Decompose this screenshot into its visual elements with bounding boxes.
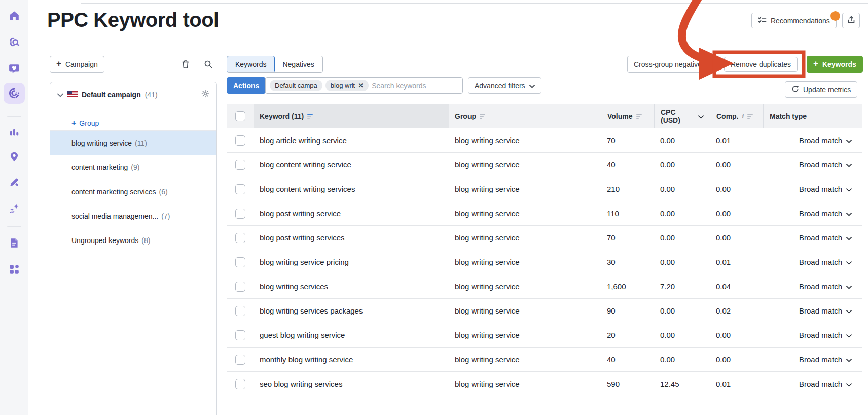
match-type-dropdown[interactable]: Broad match [763, 274, 862, 298]
add-keywords-button[interactable]: + Keywords [807, 56, 863, 73]
match-type-dropdown[interactable]: Broad match [763, 226, 862, 250]
row-checkbox[interactable] [235, 184, 245, 194]
column-header-volume[interactable]: Volume [601, 104, 654, 128]
gear-icon[interactable] [201, 90, 209, 100]
row-checkbox[interactable] [235, 233, 245, 243]
match-type-dropdown[interactable]: Broad match [763, 177, 862, 201]
group-cell[interactable]: blog writing service [449, 299, 601, 323]
campaign-name: Default campaign [82, 91, 141, 99]
match-type-dropdown[interactable]: Broad match [763, 201, 862, 225]
match-type-dropdown[interactable]: Broad match [763, 250, 862, 274]
group-cell[interactable]: blog writing service [449, 348, 601, 371]
tab-keywords[interactable]: Keywords [227, 56, 275, 73]
row-checkbox[interactable] [235, 379, 245, 389]
keyword-cell[interactable]: monthly blog writing service [254, 348, 449, 371]
keyword-cell[interactable]: blog post writing services [254, 226, 449, 250]
reports-icon[interactable] [4, 232, 25, 254]
delete-campaign-icon[interactable] [180, 59, 191, 70]
group-name: social media managemen... [71, 212, 158, 220]
group-item[interactable]: Ungrouped keywords(8) [50, 228, 216, 253]
match-type-dropdown[interactable]: Broad match [763, 323, 862, 347]
analytics-icon[interactable] [4, 122, 25, 143]
sidebar-item-ppc-keyword-tool[interactable] [4, 83, 25, 104]
keyword-cell[interactable]: blog content writing services [254, 177, 449, 201]
column-header-keyword[interactable]: Keyword (11) [254, 104, 449, 128]
row-checkbox[interactable] [235, 306, 245, 316]
keyword-cell[interactable]: blog writing service pricing [254, 250, 449, 274]
group-cell[interactable]: blog writing service [449, 201, 601, 225]
column-header-cpc[interactable]: CPC (USD) [654, 104, 710, 128]
cpc-cell: 0.00 [654, 250, 710, 274]
location-pin-icon[interactable] [4, 146, 25, 167]
group-count: (11) [135, 139, 147, 147]
keyword-cell[interactable]: blog article writing service [254, 128, 449, 152]
add-campaign-button[interactable]: + Campaign [50, 56, 104, 73]
search-keywords-input[interactable]: Default campa blog writ ✕ Search keyword… [265, 77, 463, 94]
group-cell[interactable]: blog writing service [449, 250, 601, 274]
volume-cell: 70 [601, 226, 654, 250]
group-item[interactable]: content marketing services(6) [50, 180, 216, 204]
plus-icon: + [813, 59, 818, 68]
apps-grid-icon[interactable] [4, 259, 25, 280]
match-type-dropdown[interactable]: Broad match [763, 128, 862, 152]
group-item[interactable]: blog writing service(11) [50, 131, 216, 155]
export-button[interactable] [842, 13, 860, 28]
volume-cell: 70 [601, 128, 654, 152]
table-row: blog writing service pricingblog writing… [227, 250, 862, 274]
match-type-dropdown[interactable]: Broad match [763, 348, 862, 371]
home-icon[interactable] [4, 5, 25, 26]
social-media-icon[interactable] [4, 58, 25, 79]
update-metrics-button[interactable]: Update metrics [785, 81, 857, 98]
group-cell[interactable]: blog writing service [449, 226, 601, 250]
group-cell[interactable]: blog writing service [449, 177, 601, 201]
group-item[interactable]: social media managemen...(7) [50, 204, 216, 228]
row-checkbox[interactable] [235, 355, 245, 365]
keyword-cell[interactable]: blog post writing service [254, 201, 449, 225]
group-count: (7) [161, 212, 170, 220]
remove-duplicates-button[interactable]: Remove duplicates [724, 57, 798, 72]
row-checkbox[interactable] [235, 209, 245, 219]
group-cell[interactable]: blog writing service [449, 274, 601, 298]
cross-group-negatives-button[interactable]: Cross-group negatives [627, 56, 716, 73]
advanced-filters-dropdown[interactable]: Advanced filters [468, 77, 541, 94]
column-header-group[interactable]: Group [449, 104, 601, 128]
row-checkbox[interactable] [235, 330, 245, 340]
group-cell[interactable]: blog writing service [449, 153, 601, 177]
cpc-cell: 0.00 [654, 323, 710, 347]
search-campaigns-icon[interactable] [203, 59, 214, 70]
select-all-checkbox[interactable] [235, 111, 245, 121]
keyword-cell[interactable]: blog writing services packages [254, 299, 449, 323]
campaign-row[interactable]: Default campaign (41) [50, 82, 216, 107]
filter-chip-campaign[interactable]: Default campa [270, 80, 322, 91]
keyword-cell[interactable]: guest blog writing service [254, 323, 449, 347]
sidebar-divider [7, 226, 21, 227]
remove-chip-icon[interactable]: ✕ [358, 82, 364, 89]
row-checkbox[interactable] [235, 135, 245, 146]
chevron-down-icon [846, 331, 852, 339]
comp-cell: 0.00 [710, 226, 763, 250]
keyword-cell[interactable]: blog writing services [254, 274, 449, 298]
recommendations-button[interactable]: Recommendations [751, 13, 837, 28]
match-type-dropdown[interactable]: Broad match [763, 299, 862, 323]
row-checkbox[interactable] [235, 257, 245, 267]
chevron-down-icon [846, 233, 852, 242]
keyword-research-icon[interactable] [4, 31, 25, 53]
table-row: guest blog writing serviceblog writing s… [227, 323, 862, 348]
column-header-comp[interactable]: Comp. i [710, 104, 763, 128]
keyword-cell[interactable]: seo blog writing services [254, 372, 449, 396]
keyword-cell[interactable]: blog content writing service [254, 153, 449, 177]
group-cell[interactable]: blog writing service [449, 128, 601, 152]
actions-button[interactable]: Actions [227, 77, 266, 94]
group-cell[interactable]: blog writing service [449, 372, 601, 396]
group-cell[interactable]: blog writing service [449, 323, 601, 347]
ai-sparkles-icon[interactable] [4, 197, 25, 219]
row-checkbox[interactable] [235, 282, 245, 292]
group-item[interactable]: content marketing(9) [50, 155, 216, 180]
add-group-button[interactable]: + Group [71, 119, 99, 128]
tab-negatives[interactable]: Negatives [274, 56, 322, 72]
pencil-icon[interactable] [4, 171, 25, 193]
row-checkbox[interactable] [235, 160, 245, 170]
filter-chip-keyword[interactable]: blog writ ✕ [326, 80, 369, 91]
match-type-dropdown[interactable]: Broad match [763, 153, 862, 177]
match-type-dropdown[interactable]: Broad match [763, 372, 862, 396]
